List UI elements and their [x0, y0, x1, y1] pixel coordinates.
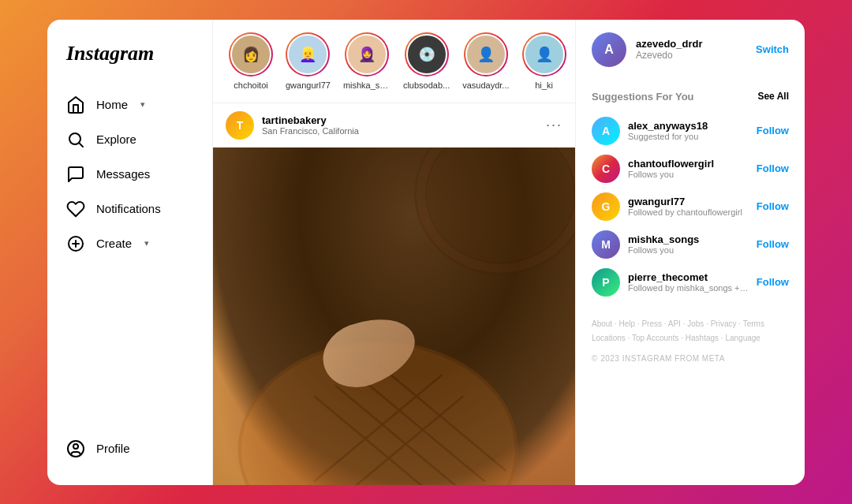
suggestion-info-0: alex_anyways18 Suggested for you: [628, 120, 749, 141]
more-options-button[interactable]: ···: [546, 117, 562, 133]
story-label-1: gwangurl77: [286, 80, 331, 90]
suggestion-item-0: A alex_anyways18 Suggested for you Follo…: [592, 112, 789, 150]
footer-link[interactable]: Locations: [592, 334, 626, 342]
footer-copyright: © 2023 INSTAGRAM FROM META: [592, 352, 789, 366]
story-item-3[interactable]: 💿 clubsodab...: [403, 32, 450, 90]
suggestion-item-4: P pierre_thecomet Followed by mishka_son…: [592, 263, 789, 301]
story-label-3: clubsodab...: [403, 80, 450, 90]
sidebar-item-label-home: Home: [96, 98, 128, 111]
suggestion-reason-1: Follows you: [628, 170, 749, 179]
main-feed: 👩 chchoitoi 👱‍♀️ gwangurl77 🧕 mishka_so.…: [213, 20, 576, 485]
suggestion-avatar-1: C: [592, 155, 620, 183]
suggestion-username-4: pierre_thecomet: [628, 271, 749, 283]
post-user-info: tartinebakery San Francisco, California: [262, 114, 538, 136]
suggestion-avatar-2: G: [592, 192, 620, 221]
see-all-button[interactable]: See All: [757, 91, 789, 102]
heart-icon: [66, 200, 85, 218]
footer-link[interactable]: Privacy: [711, 319, 737, 328]
story-label-2: mishka_so...: [343, 80, 390, 90]
suggestion-reason-3: Follows you: [628, 245, 749, 255]
svg-point-6: [73, 444, 78, 449]
account-info: azevedo_drdr Azevedo: [636, 38, 746, 61]
sidebar-item-create[interactable]: Create ▾: [60, 226, 200, 261]
suggestion-username-1: chantouflowergirl: [628, 158, 749, 170]
suggestion-avatar-0: A: [592, 117, 620, 145]
follow-button-3[interactable]: Follow: [757, 238, 789, 250]
story-avatar-5: 👤: [522, 32, 566, 77]
search-icon: [66, 130, 85, 149]
footer-links: About · Help · Press · API · Jobs · Priv…: [592, 317, 789, 366]
suggestion-reason-0: Suggested for you: [628, 132, 749, 141]
logo: Instagram: [60, 39, 200, 69]
suggestion-info-2: gwangurl77 Followed by chantouflowergirl: [628, 196, 749, 217]
footer-link[interactable]: Jobs: [687, 319, 704, 328]
right-panel: A azevedo_drdr Azevedo Switch Suggestion…: [576, 20, 805, 485]
story-label-4: vasudaydr...: [462, 80, 509, 90]
sidebar-item-profile[interactable]: Profile: [60, 431, 200, 466]
chevron-down-icon: ▾: [140, 99, 145, 110]
suggestion-reason-4: Followed by mishka_songs + 6 more: [628, 283, 749, 293]
follow-button-4[interactable]: Follow: [757, 276, 789, 288]
post-image-content: [213, 147, 575, 485]
story-item-5[interactable]: 👤 hi_ki: [522, 32, 566, 90]
feed-post: T tartinebakery San Francisco, Californi…: [213, 103, 575, 485]
post-image: [213, 147, 575, 485]
account-username: azevedo_drdr: [636, 38, 746, 50]
stories-bar: 👩 chchoitoi 👱‍♀️ gwangurl77 🧕 mishka_so.…: [213, 20, 575, 103]
suggestion-item-1: C chantouflowergirl Follows you Follow: [592, 150, 789, 188]
story-item-1[interactable]: 👱‍♀️ gwangurl77: [286, 32, 331, 90]
follow-button-1[interactable]: Follow: [757, 162, 789, 174]
story-item-2[interactable]: 🧕 mishka_so...: [343, 32, 390, 90]
app-container: Instagram Home ▾: [47, 20, 805, 485]
suggestion-info-4: pierre_thecomet Followed by mishka_songs…: [628, 271, 749, 293]
message-icon: [66, 165, 85, 184]
suggestion-username-3: mishka_songs: [628, 233, 749, 245]
suggestion-username-2: gwangurl77: [628, 196, 749, 207]
account-name: Azevedo: [636, 50, 746, 61]
follow-button-0[interactable]: Follow: [757, 125, 789, 136]
svg-line-1: [80, 143, 83, 146]
svg-point-0: [69, 133, 80, 144]
sidebar-item-label-create: Create: [96, 237, 132, 250]
account-avatar: A: [592, 32, 626, 67]
suggestion-username-0: alex_anyways18: [628, 120, 749, 132]
suggestion-item-2: G gwangurl77 Followed by chantouflowergi…: [592, 188, 789, 226]
suggestions-header: Suggestions For You See All: [592, 91, 789, 103]
story-avatar-3: 💿: [405, 32, 449, 77]
footer-link[interactable]: Press: [641, 319, 662, 328]
suggestions-title: Suggestions For You: [592, 91, 694, 103]
footer-link[interactable]: API: [668, 319, 681, 328]
chevron-down-icon-create: ▾: [144, 238, 149, 248]
follow-button-2[interactable]: Follow: [757, 200, 789, 212]
pie-lattice-svg: [213, 147, 575, 485]
story-avatar-4: 👤: [464, 32, 508, 77]
footer-link[interactable]: Top Accounts: [632, 334, 678, 342]
post-avatar: T: [226, 111, 254, 140]
footer-link[interactable]: Language: [725, 334, 760, 342]
suggestion-avatar-3: M: [592, 230, 620, 259]
sidebar-item-notifications[interactable]: Notifications: [60, 192, 200, 226]
sidebar-item-home[interactable]: Home ▾: [60, 88, 200, 122]
footer-link[interactable]: Hashtags: [686, 334, 719, 342]
profile-icon: [66, 439, 85, 458]
sidebar-item-explore[interactable]: Explore: [60, 122, 200, 157]
sidebar: Instagram Home ▾: [47, 20, 213, 485]
sidebar-item-messages[interactable]: Messages: [60, 157, 200, 192]
account-section: A azevedo_drdr Azevedo Switch: [592, 32, 789, 77]
nav-spacer: [60, 261, 200, 431]
story-avatar-0: 👩: [229, 32, 273, 77]
sidebar-item-label-profile: Profile: [96, 442, 130, 455]
suggestion-info-1: chantouflowergirl Follows you: [628, 158, 749, 179]
story-item-0[interactable]: 👩 chchoitoi: [229, 32, 273, 90]
story-item-4[interactable]: 👤 vasudaydr...: [462, 32, 509, 90]
post-username: tartinebakery: [262, 114, 538, 126]
suggestion-avatar-4: P: [592, 268, 620, 297]
sidebar-item-label-messages: Messages: [96, 167, 150, 181]
footer-link[interactable]: About: [592, 319, 612, 328]
switch-account-button[interactable]: Switch: [756, 43, 789, 55]
sidebar-item-label-explore: Explore: [96, 133, 136, 146]
footer-link[interactable]: Terms: [743, 319, 764, 328]
sidebar-item-label-notifications: Notifications: [96, 202, 161, 215]
suggestion-info-3: mishka_songs Follows you: [628, 233, 749, 255]
footer-link[interactable]: Help: [618, 319, 635, 328]
